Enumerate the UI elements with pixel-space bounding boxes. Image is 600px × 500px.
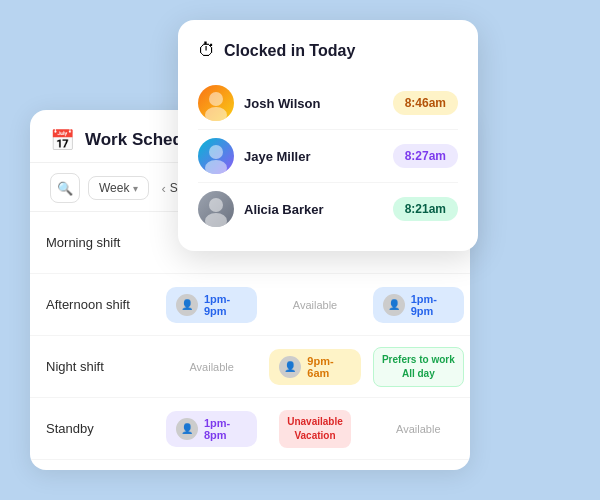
calendar-icon: 📅 <box>50 128 75 152</box>
shift-label: Afternoon shift <box>30 287 160 322</box>
avatar: 👤 <box>383 294 405 316</box>
person-name: Josh Wilson <box>244 96 320 111</box>
clocked-header: ⏱ Clocked in Today <box>198 40 458 61</box>
svg-point-5 <box>209 198 223 212</box>
avatar: 👤 <box>176 294 198 316</box>
cell-night-3[interactable]: Prefers to work All day <box>367 339 470 395</box>
shift-label: Morning shift <box>30 225 160 260</box>
svg-point-4 <box>205 160 227 174</box>
avatar <box>198 85 234 121</box>
time-badge: 8:27am <box>393 144 458 168</box>
shift-time: 9pm-6am <box>307 355 350 379</box>
person-info: Alicia Barker <box>198 191 324 227</box>
shift-pill: 👤 1pm-9pm <box>166 287 257 323</box>
table-row: Night shift Available 👤 9pm-6am Prefers … <box>30 336 470 398</box>
cell-afternoon-2: Available <box>263 291 366 319</box>
shift-label: Standby <box>30 411 160 446</box>
search-button[interactable]: 🔍 <box>50 173 80 203</box>
unavailable-pill: Unavailable Vacation <box>279 410 351 448</box>
person-info: Jaye Miller <box>198 138 311 174</box>
table-row: Afternoon shift 👤 1pm-9pm Available 👤 1p… <box>30 274 470 336</box>
shift-label: Night shift <box>30 349 160 384</box>
person-name: Jaye Miller <box>244 149 311 164</box>
time-badge: 8:46am <box>393 91 458 115</box>
clocked-row: Jaye Miller 8:27am <box>198 130 458 183</box>
cell-standby-1[interactable]: 👤 1pm-8pm <box>160 403 263 455</box>
avatar-svg <box>198 138 234 174</box>
available-label: Available <box>396 423 440 435</box>
avatar: 👤 <box>176 418 198 440</box>
svg-point-3 <box>209 145 223 159</box>
prefers-line2: All day <box>382 367 455 381</box>
cell-standby-2: Unavailable Vacation <box>263 402 366 456</box>
cell-night-2[interactable]: 👤 9pm-6am <box>263 341 366 393</box>
clocked-row: Alicia Barker 8:21am <box>198 183 458 235</box>
svg-point-6 <box>205 213 227 227</box>
avatar: 👤 <box>279 356 301 378</box>
shift-time: 1pm-8pm <box>204 417 247 441</box>
svg-point-1 <box>205 107 227 121</box>
shift-pill: 👤 9pm-6am <box>269 349 360 385</box>
unavailable-line1: Unavailable <box>287 415 343 429</box>
person-name: Alicia Barker <box>244 202 324 217</box>
cell-afternoon-1[interactable]: 👤 1pm-9pm <box>160 279 263 331</box>
shift-time: 1pm-9pm <box>204 293 247 317</box>
table-row: Standby 👤 1pm-8pm Unavailable Vacation A… <box>30 398 470 460</box>
cell-standby-3: Available <box>367 415 470 443</box>
week-selector[interactable]: Week ▾ <box>88 176 149 200</box>
unavailable-line2: Vacation <box>287 429 343 443</box>
time-badge: 8:21am <box>393 197 458 221</box>
available-label: Available <box>293 299 337 311</box>
clocked-row: Josh Wilson 8:46am <box>198 77 458 130</box>
shift-pill: 👤 1pm-8pm <box>166 411 257 447</box>
avatar <box>198 191 234 227</box>
prefers-line1: Prefers to work <box>382 353 455 367</box>
cell-afternoon-3[interactable]: 👤 1pm-9pm <box>367 279 470 331</box>
clocked-in-card: ⏱ Clocked in Today Josh Wilson 8:46am <box>178 20 478 251</box>
week-label: Week <box>99 181 129 195</box>
avatar-svg <box>198 191 234 227</box>
clock-icon: ⏱ <box>198 40 216 61</box>
shift-pill: 👤 1pm-9pm <box>373 287 464 323</box>
prev-date-button[interactable]: ‹ <box>161 181 165 196</box>
clocked-title: Clocked in Today <box>224 42 355 60</box>
avatar-svg <box>198 85 234 121</box>
avatar <box>198 138 234 174</box>
shift-time: 1pm-9pm <box>411 293 454 317</box>
prefers-pill: Prefers to work All day <box>373 347 464 387</box>
svg-point-0 <box>209 92 223 106</box>
person-info: Josh Wilson <box>198 85 320 121</box>
cell-night-1: Available <box>160 353 263 381</box>
chevron-down-icon: ▾ <box>133 183 138 194</box>
available-label: Available <box>189 361 233 373</box>
